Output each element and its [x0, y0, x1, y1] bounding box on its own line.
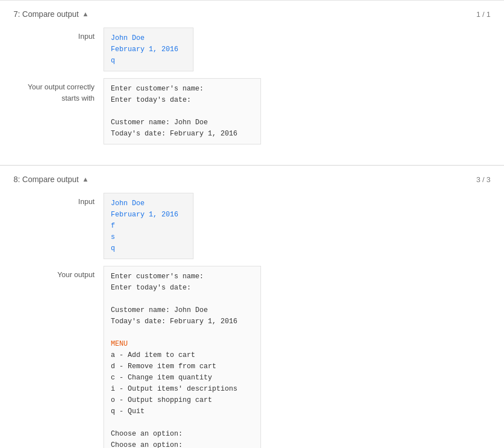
section-8-input-s: s	[111, 233, 115, 241]
section-8-count: 3 / 3	[476, 175, 490, 184]
section-8-input-date: February 1, 2016	[111, 211, 178, 219]
section-8: 8: Compare output ▲ 3 / 3 Input John Doe…	[0, 165, 504, 448]
section-8-choose-1: Choose an option:	[111, 430, 183, 438]
section-7-header: 7: Compare output ▲ 1 / 1	[14, 10, 490, 19]
section-8-menu-a: a - Add item to cart	[111, 351, 195, 359]
section-8-input-q: q	[111, 245, 115, 252]
section-7-count: 1 / 1	[476, 10, 490, 19]
section-8-title-text: 8: Compare output	[14, 175, 79, 184]
section-8-out-line3: Customer name: John Doe	[111, 306, 208, 314]
section-7-output-label: Your output correctly starts with	[14, 78, 104, 103]
section-8-header: 8: Compare output ▲ 3 / 3	[14, 175, 490, 184]
section-8-input-name: John Doe	[111, 200, 145, 207]
section-8-chevron: ▲	[82, 175, 89, 183]
section-8-input-row: Input John Doe February 1, 2016 f s q	[14, 193, 490, 259]
section-8-input-box: John Doe February 1, 2016 f s q	[104, 193, 194, 259]
section-8-menu-o: o - Output shopping cart	[111, 396, 212, 404]
section-8-out-line4: Today's date: February 1, 2016	[111, 318, 237, 325]
section-8-out-line1: Enter customer's name:	[111, 273, 204, 280]
section-7-output-line3: Customer name: John Doe	[111, 119, 208, 126]
section-7-input-date: February 1, 2016	[111, 46, 178, 53]
section-8-choose-2: Choose an option:	[111, 441, 183, 448]
section-8-menu-q: q - Quit	[111, 408, 145, 415]
section-7-input-box: John Doe February 1, 2016 q	[104, 28, 194, 71]
section-8-title[interactable]: 8: Compare output ▲	[14, 175, 89, 184]
section-7-output-line4: Today's date: February 1, 2016	[111, 130, 237, 138]
section-8-menu-i: i - Output items' descriptions	[111, 385, 237, 393]
section-8-menu-c: c - Change item quantity	[111, 374, 212, 382]
section-7-output-box: Enter customer's name: Enter today's dat…	[104, 78, 261, 144]
section-8-menu-label: MENU	[111, 340, 128, 348]
page-container: 7: Compare output ▲ 1 / 1 Input John Doe…	[0, 0, 504, 448]
section-8-input-f: f	[111, 222, 115, 230]
section-7-input-name: John Doe	[111, 34, 145, 42]
section-7-title[interactable]: 7: Compare output ▲	[14, 10, 89, 19]
section-8-output-label: Your output	[14, 266, 104, 280]
section-7-output-line2: Enter today's date:	[111, 96, 191, 104]
section-7-output-row: Your output correctly starts with Enter …	[14, 78, 490, 144]
section-8-output-box: Enter customer's name: Enter today's dat…	[104, 266, 261, 448]
section-8-out-line2: Enter today's date:	[111, 284, 191, 292]
section-7-output-line1: Enter customer's name:	[111, 85, 204, 93]
section-7: 7: Compare output ▲ 1 / 1 Input John Doe…	[0, 0, 504, 165]
section-7-input-q: q	[111, 57, 115, 65]
section-7-input-row: Input John Doe February 1, 2016 q	[14, 28, 490, 71]
section-7-chevron: ▲	[82, 10, 89, 18]
section-8-menu-d: d - Remove item from cart	[111, 363, 217, 370]
section-8-input-label: Input	[14, 193, 104, 207]
section-7-input-label: Input	[14, 28, 104, 42]
section-7-title-text: 7: Compare output	[14, 10, 79, 19]
section-8-output-row: Your output Enter customer's name: Enter…	[14, 266, 490, 448]
